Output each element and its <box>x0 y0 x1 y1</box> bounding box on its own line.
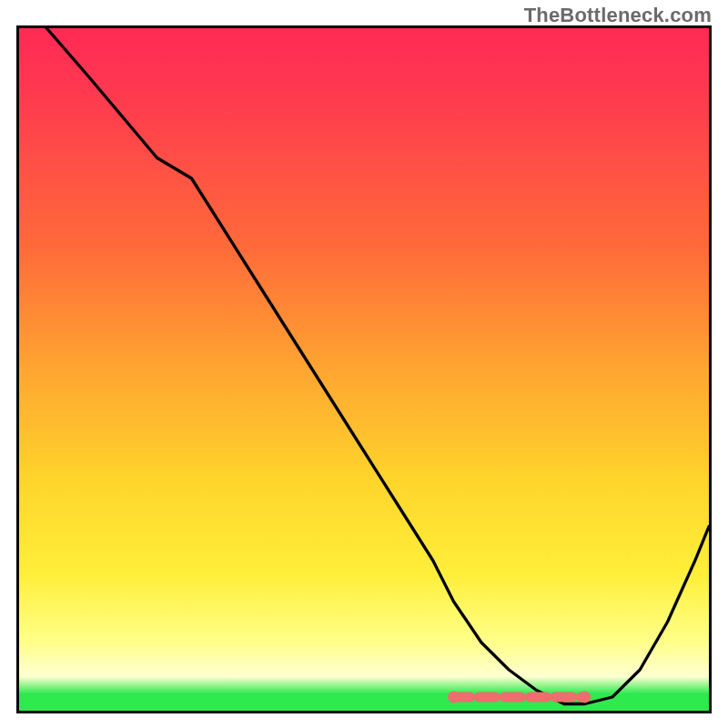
flat-marker-group <box>448 692 591 703</box>
flat-marker-dot <box>579 692 591 703</box>
curve-line <box>46 28 709 704</box>
flat-marker-dot <box>448 692 460 703</box>
watermark-text: TheBottleneck.com <box>524 4 712 27</box>
chart-svg <box>19 28 709 711</box>
plot-area <box>16 25 712 713</box>
chart-frame: TheBottleneck.com <box>0 0 728 728</box>
